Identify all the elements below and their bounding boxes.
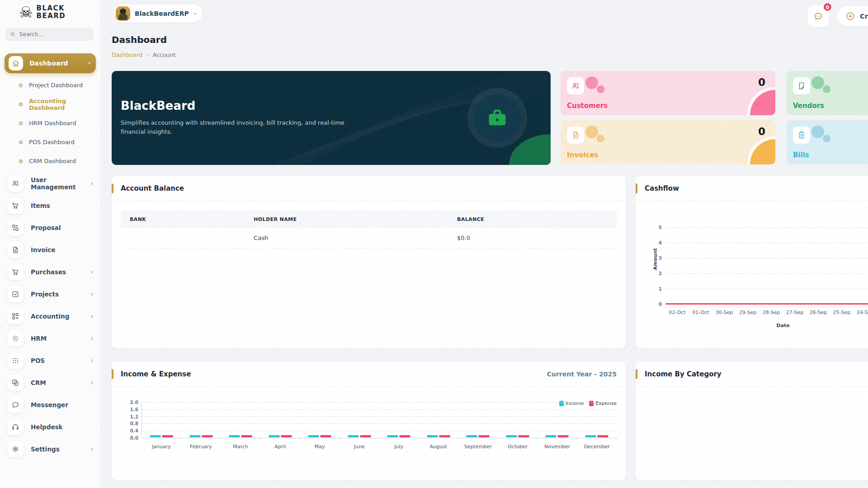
y-axis-tick: 1.6 bbox=[125, 407, 138, 412]
sidebar-item-pos[interactable]: POS bbox=[0, 350, 100, 372]
sidebar-item-accounting[interactable]: Accounting bbox=[0, 305, 100, 328]
sidebar-item-label: Invoice bbox=[31, 246, 93, 253]
sidebar-item-items[interactable]: Items bbox=[0, 195, 100, 217]
create-workspace-button[interactable]: Create Wo bbox=[837, 6, 868, 26]
brand-name-line1: BLACK bbox=[36, 5, 66, 12]
expense-bar bbox=[241, 435, 252, 437]
search-box bbox=[5, 28, 93, 41]
sidebar-item-label: Settings bbox=[31, 446, 83, 453]
month-label: May bbox=[300, 444, 340, 450]
topbar-actions: 0 Create Wo bbox=[807, 5, 868, 27]
y-axis-tick: 0.4 bbox=[125, 428, 138, 433]
chevron-right-icon bbox=[90, 446, 93, 453]
sidebar-subitem-hrm-dashboard[interactable]: HRM Dashboard bbox=[0, 114, 100, 133]
stat-card-vendors[interactable]: Vendors bbox=[787, 71, 868, 115]
stat-card-bills[interactable]: Bills bbox=[787, 120, 868, 164]
breadcrumb-dashboard[interactable]: Dashboard bbox=[112, 52, 142, 58]
income-bar bbox=[348, 435, 359, 437]
y-axis-tick: 0.0 bbox=[125, 435, 138, 441]
hero-badge-ring bbox=[467, 88, 527, 148]
decor-circle bbox=[585, 76, 598, 89]
sidebar-subitem-pos-dashboard[interactable]: POS Dashboard bbox=[0, 133, 100, 152]
sidebar-item-user-management[interactable]: User Management bbox=[0, 173, 100, 195]
month-label: December bbox=[577, 444, 617, 450]
hero-subtitle: Simplifies accounting with streamlined i… bbox=[121, 118, 347, 136]
stat-value: 0 bbox=[758, 76, 765, 88]
overlap-squares-icon bbox=[7, 375, 24, 391]
expense-bar bbox=[321, 435, 331, 437]
workspace-switcher[interactable]: BlackBeardERP bbox=[113, 5, 203, 23]
sidebar-item-proposal[interactable]: Proposal bbox=[0, 217, 100, 239]
x-axis-tick: 26-Sep bbox=[807, 310, 830, 315]
plus-circle-icon bbox=[845, 11, 855, 21]
notifications-button[interactable]: 0 bbox=[807, 5, 829, 27]
panel-title: Income By Category bbox=[645, 370, 722, 378]
sidebar-item-label: Helpdesk bbox=[31, 423, 93, 431]
expense-bar bbox=[202, 435, 212, 437]
sidebar-item-settings[interactable]: Settings bbox=[0, 438, 100, 460]
x-axis-tick: 29-Sep bbox=[736, 310, 760, 315]
stat-label: Customers bbox=[567, 102, 608, 110]
income-bar bbox=[229, 435, 240, 437]
x-axis-label: Date bbox=[665, 323, 868, 328]
x-axis-tick: 01-Oct bbox=[689, 310, 712, 315]
chat-icon bbox=[7, 397, 24, 413]
chart-period-label: Current Year - 2025 bbox=[547, 371, 617, 378]
sidebar-item-projects[interactable]: Projects bbox=[0, 283, 100, 305]
subitem-label: POS Dashboard bbox=[29, 139, 75, 145]
bars bbox=[348, 435, 371, 437]
gridline: 4 bbox=[665, 243, 868, 243]
chevron-down-icon bbox=[191, 12, 198, 15]
sidebar-subitem-accounting-dashboard[interactable]: Accounting Dashboard bbox=[0, 95, 100, 114]
sidebar-item-label: Projects bbox=[31, 291, 83, 298]
gear-icon bbox=[7, 441, 24, 457]
sidebar-item-helpdesk[interactable]: Helpdesk bbox=[0, 416, 100, 438]
sidebar-item-messenger[interactable]: Messenger bbox=[0, 394, 100, 416]
col-holder-name: HOLDER NAME bbox=[245, 210, 448, 228]
sidebar-item-label: CRM bbox=[31, 379, 83, 386]
expense-bar bbox=[360, 435, 371, 437]
notification-badge: 0 bbox=[823, 2, 832, 12]
x-axis-tick: 30-Sep bbox=[712, 310, 736, 315]
subitem-label: CRM Dashboard bbox=[29, 158, 76, 164]
grid-plus-icon bbox=[7, 308, 24, 324]
month-label: September bbox=[458, 444, 498, 450]
gridline: 1.2 bbox=[142, 417, 617, 417]
dashboard-submenu: Project Dashboard Accounting Dashboard H… bbox=[0, 76, 100, 171]
sidebar-item-crm[interactable]: CRM bbox=[0, 372, 100, 394]
y-axis-tick: 2 bbox=[650, 271, 662, 276]
gridline: 3 bbox=[665, 258, 868, 258]
income-bar bbox=[427, 435, 438, 437]
sidebar-item-hrm[interactable]: HRM bbox=[0, 328, 100, 350]
sidebar-nav: Dashboard Project Dashboard Accounting D… bbox=[0, 53, 100, 460]
sidebar-item-label: Purchases bbox=[31, 268, 83, 276]
cart-icon bbox=[7, 197, 24, 214]
sidebar-item-invoice[interactable]: Invoice bbox=[0, 239, 100, 261]
x-axis-tick: 02-Oct bbox=[665, 310, 689, 315]
sidebar-item-label: Items bbox=[31, 202, 93, 209]
income-bar bbox=[585, 435, 596, 437]
brand-logo: ☠ BLACK BEARD bbox=[0, 0, 100, 20]
bars bbox=[546, 435, 569, 437]
stat-card-customers[interactable]: 0 Customers bbox=[561, 71, 775, 115]
subitem-label: Accounting Dashboard bbox=[29, 98, 100, 111]
gridline: 0.0 bbox=[142, 438, 617, 438]
sidebar-item-label: Accounting bbox=[31, 313, 83, 320]
sidebar-subitem-crm-dashboard[interactable]: CRM Dashboard bbox=[0, 152, 100, 171]
search-icon bbox=[9, 31, 16, 38]
x-axis-tick: 27-Sep bbox=[783, 310, 807, 315]
x-axis-tick: 28-Sep bbox=[760, 310, 783, 315]
income-bar bbox=[506, 435, 517, 437]
bars bbox=[269, 435, 292, 437]
search-input[interactable] bbox=[5, 28, 93, 41]
bars bbox=[189, 435, 212, 437]
hero-title: BlackBeard bbox=[121, 99, 195, 113]
sidebar-item-dashboard[interactable]: Dashboard bbox=[5, 53, 96, 73]
sidebar-item-purchases[interactable]: Purchases bbox=[0, 261, 100, 283]
sidebar-subitem-project-dashboard[interactable]: Project Dashboard bbox=[0, 76, 100, 95]
bars bbox=[308, 435, 331, 437]
stat-card-invoices[interactable]: 0 Invoices bbox=[561, 120, 775, 164]
users-icon bbox=[567, 77, 584, 94]
cell-bank bbox=[121, 228, 245, 248]
sidebar-item-label: User Management bbox=[31, 176, 83, 191]
